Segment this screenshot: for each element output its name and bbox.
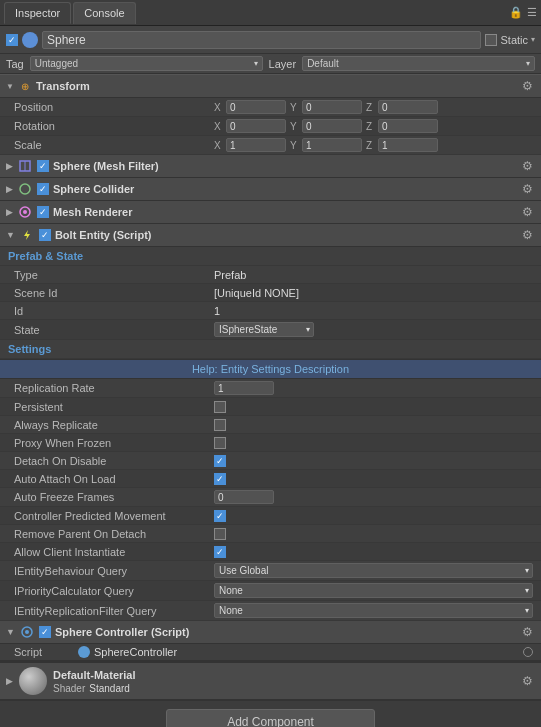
sphere-ctrl-toggle[interactable] [39, 626, 51, 638]
type-label: Type [14, 269, 214, 281]
menu-icon[interactable]: ☰ [527, 6, 537, 19]
object-header: Static ▾ [0, 26, 541, 54]
scale-x-coord: X [214, 138, 286, 152]
setting-value: None [214, 583, 533, 598]
sphere-collider-toggle[interactable] [37, 183, 49, 195]
material-shader-row: Shader Standard [53, 683, 513, 694]
state-row: State ISphereState [0, 320, 541, 340]
setting-checkbox[interactable] [214, 401, 226, 413]
setting-checkbox[interactable] [214, 419, 226, 431]
id-row: Id 1 [0, 302, 541, 320]
setting-checkbox[interactable] [214, 473, 226, 485]
mesh-renderer-gear[interactable]: ⚙ [519, 204, 535, 220]
setting-text-input[interactable] [214, 381, 274, 395]
script-row: Script SphereController [0, 644, 541, 661]
pos-z-input[interactable] [378, 100, 438, 114]
rot-z-input[interactable] [378, 119, 438, 133]
bolt-icon [19, 227, 35, 243]
state-dropdown[interactable]: ISphereState [214, 322, 314, 337]
transform-gear[interactable]: ⚙ [519, 78, 535, 94]
sphere-collider-gear[interactable]: ⚙ [519, 181, 535, 197]
object-name-input[interactable] [42, 31, 481, 49]
mesh-renderer-header[interactable]: ▶ Mesh Renderer ⚙ [0, 201, 541, 224]
material-section-header[interactable]: ▶ Default-Material Shader Standard ⚙ [0, 661, 541, 700]
svg-point-2 [20, 184, 30, 194]
setting-label: IEntityBehaviour Query [14, 565, 214, 577]
setting-value [214, 401, 533, 413]
scale-x-input[interactable] [226, 138, 286, 152]
setting-row: Controller Predicted Movement [0, 507, 541, 525]
rot-x-input[interactable] [226, 119, 286, 133]
setting-dropdown[interactable]: None [214, 603, 533, 618]
script-target-indicator[interactable] [523, 647, 533, 657]
tag-dropdown[interactable]: Untagged [30, 56, 263, 71]
tab-console[interactable]: Console [73, 2, 135, 24]
setting-label: Always Replicate [14, 419, 214, 431]
setting-dropdown[interactable]: None [214, 583, 533, 598]
mesh-filter-header[interactable]: ▶ Sphere (Mesh Filter) ⚙ [0, 155, 541, 178]
setting-checkbox[interactable] [214, 437, 226, 449]
setting-row: Auto Attach On Load [0, 470, 541, 488]
mesh-filter-gear[interactable]: ⚙ [519, 158, 535, 174]
sphere-controller-header[interactable]: ▼ Sphere Controller (Script) ⚙ [0, 621, 541, 644]
setting-value [214, 381, 533, 395]
setting-value: None [214, 603, 533, 618]
setting-value [214, 419, 533, 431]
rot-y-input[interactable] [302, 119, 362, 133]
setting-label: Replication Rate [14, 382, 214, 394]
position-label: Position [14, 101, 214, 113]
setting-row: Auto Freeze Frames [0, 488, 541, 507]
scale-z-input[interactable] [378, 138, 438, 152]
setting-dropdown[interactable]: Use Global [214, 563, 533, 578]
sphere-ctrl-title: Sphere Controller (Script) [55, 626, 515, 638]
setting-label: Remove Parent On Detach [14, 528, 214, 540]
scale-y-input[interactable] [302, 138, 362, 152]
type-row: Type Prefab [0, 266, 541, 284]
material-shader-value: Standard [89, 683, 130, 694]
scene-id-row: Scene Id [UniqueId NONE] [0, 284, 541, 302]
pos-z-coord: Z [366, 100, 438, 114]
bolt-entity-toggle[interactable] [39, 229, 51, 241]
setting-checkbox[interactable] [214, 510, 226, 522]
scale-value: X Y Z [214, 138, 533, 152]
static-checkbox[interactable] [485, 34, 497, 46]
material-info: Default-Material Shader Standard [53, 669, 513, 694]
sphere-ctrl-gear[interactable]: ⚙ [519, 624, 535, 640]
layer-dropdown[interactable]: Default [302, 56, 535, 71]
setting-label: Allow Client Instantiate [14, 546, 214, 558]
mesh-renderer-title: Mesh Renderer [53, 206, 515, 218]
mesh-filter-icon [17, 158, 33, 174]
material-gear[interactable]: ⚙ [519, 673, 535, 689]
setting-value [214, 528, 533, 540]
scale-y-coord: Y [290, 138, 362, 152]
bolt-entity-title: Bolt Entity (Script) [55, 229, 515, 241]
setting-label: Detach On Disable [14, 455, 214, 467]
tab-inspector[interactable]: Inspector [4, 2, 71, 24]
material-name: Default-Material [53, 669, 513, 681]
static-dropdown-arrow[interactable]: ▾ [531, 35, 535, 44]
setting-value [214, 473, 533, 485]
bolt-entity-gear[interactable]: ⚙ [519, 227, 535, 243]
sphere-collider-expand: ▶ [6, 184, 13, 194]
prefab-state-props: Type Prefab Scene Id [UniqueId NONE] Id … [0, 266, 541, 340]
setting-checkbox[interactable] [214, 546, 226, 558]
lock-icon[interactable]: 🔒 [509, 6, 523, 19]
mesh-filter-toggle[interactable] [37, 160, 49, 172]
add-component-button[interactable]: Add Component [166, 709, 375, 727]
transform-section-header[interactable]: ▼ ⊕ Transform ⚙ [0, 74, 541, 98]
setting-checkbox[interactable] [214, 455, 226, 467]
sphere-collider-header[interactable]: ▶ Sphere Collider ⚙ [0, 178, 541, 201]
setting-label: Persistent [14, 401, 214, 413]
add-component-bar: Add Component [0, 700, 541, 727]
rot-x-coord: X [214, 119, 286, 133]
setting-value: Use Global [214, 563, 533, 578]
mesh-renderer-toggle[interactable] [37, 206, 49, 218]
setting-row: Detach On Disable [0, 452, 541, 470]
setting-checkbox[interactable] [214, 528, 226, 540]
bolt-entity-header[interactable]: ▼ Bolt Entity (Script) ⚙ [0, 224, 541, 247]
active-toggle[interactable] [6, 34, 18, 46]
setting-text-input[interactable] [214, 490, 274, 504]
pos-x-input[interactable] [226, 100, 286, 114]
pos-y-input[interactable] [302, 100, 362, 114]
scale-z-coord: Z [366, 138, 438, 152]
